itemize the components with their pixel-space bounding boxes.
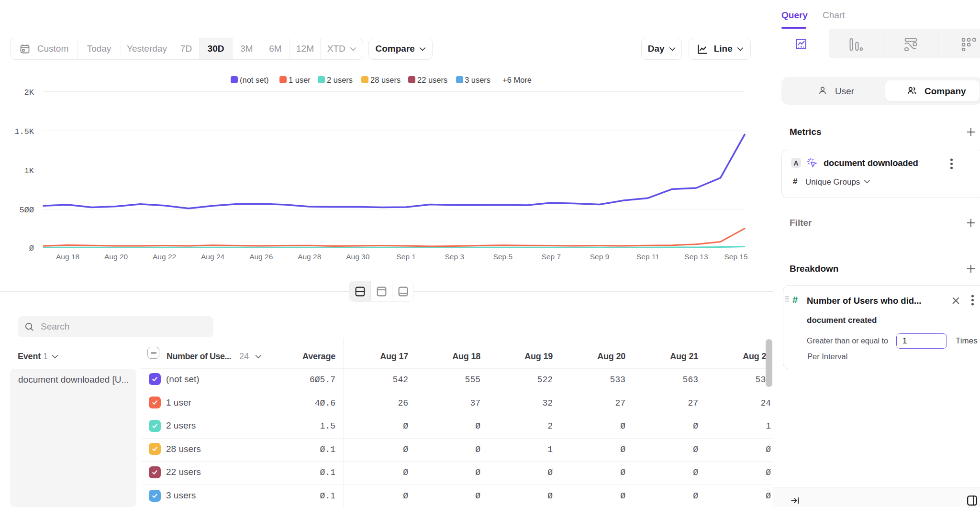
svg-text:Aug 26: Aug 26 bbox=[249, 253, 273, 261]
svg-text:Aug 18: Aug 18 bbox=[56, 253, 79, 261]
svg-text:Aug 22: Aug 22 bbox=[153, 253, 176, 261]
svg-text:Sep 13: Sep 13 bbox=[684, 253, 708, 261]
svg-text:1K: 1K bbox=[24, 166, 34, 176]
svg-text:Aug 20: Aug 20 bbox=[104, 253, 128, 261]
svg-text:Sep 9: Sep 9 bbox=[590, 253, 610, 261]
svg-text:Ø: Ø bbox=[29, 244, 34, 253]
svg-text:Sep 11: Sep 11 bbox=[636, 253, 659, 261]
svg-text:5ØØ: 5ØØ bbox=[19, 206, 34, 215]
svg-text:2K: 2K bbox=[24, 88, 34, 97]
svg-text:Sep 5: Sep 5 bbox=[493, 253, 513, 261]
svg-text:Aug 24: Aug 24 bbox=[201, 253, 225, 261]
svg-text:Aug 30: Aug 30 bbox=[346, 253, 370, 261]
svg-text:Sep 1: Sep 1 bbox=[397, 253, 416, 261]
svg-text:Sep 7: Sep 7 bbox=[542, 253, 561, 261]
svg-text:Aug 28: Aug 28 bbox=[298, 253, 321, 261]
svg-text:Sep 3: Sep 3 bbox=[445, 253, 465, 261]
svg-text:1.5K: 1.5K bbox=[14, 127, 34, 136]
svg-text:Sep 15: Sep 15 bbox=[724, 253, 747, 261]
